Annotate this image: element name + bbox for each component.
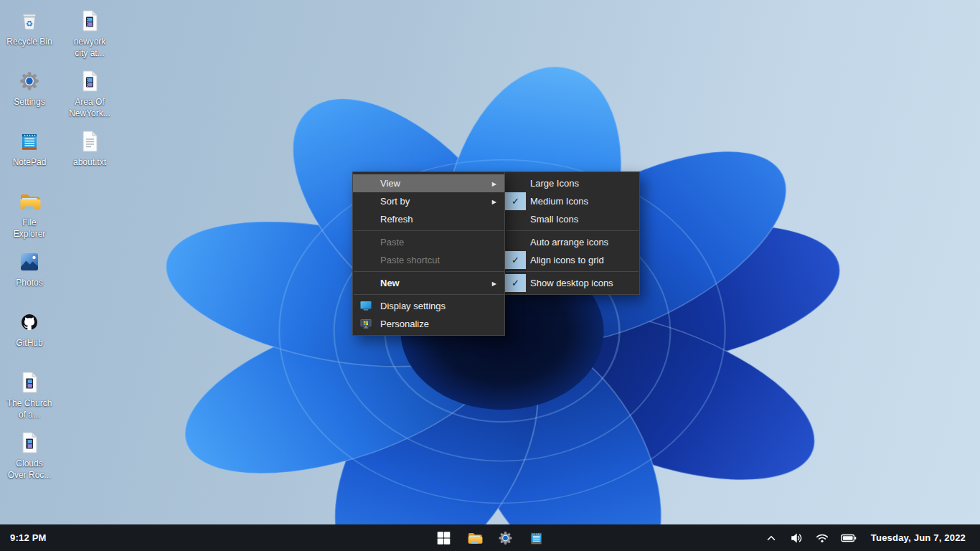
menu-separator xyxy=(354,230,504,231)
desktop-icon-about-txt[interactable]: about.txt xyxy=(60,129,119,168)
desktop-icon-settings[interactable]: Settings xyxy=(0,69,59,108)
personalize-icon xyxy=(359,317,372,330)
menu-item-refresh[interactable]: Refresh xyxy=(353,210,504,228)
submenu-item-label: Medium Icons xyxy=(530,196,588,207)
desktop-icon-label: newyork city at... xyxy=(74,36,106,59)
submenu-item-small-icons[interactable]: Small Icons xyxy=(505,210,639,228)
desktop-icon-label: File Explorer xyxy=(14,217,46,240)
video-file-icon xyxy=(77,69,102,93)
check-icon: ✓ xyxy=(505,274,526,292)
menu-item-label: New xyxy=(380,278,400,288)
folder-icon xyxy=(466,529,484,547)
submenu-item-label: Auto arrange icons xyxy=(530,237,608,248)
submenu-item-label: Align icons to grid xyxy=(530,255,604,265)
submenu-item-large-icons[interactable]: Large Icons xyxy=(505,174,639,192)
menu-separator xyxy=(506,230,639,231)
menu-item-paste-shortcut: Paste shortcut xyxy=(353,251,504,269)
desktop-icon-label: Clouds Over Roc... xyxy=(8,458,52,481)
submenu-item-align-icons-to-grid[interactable]: ✓ Align icons to grid xyxy=(505,251,639,269)
submenu-item-show-desktop-icons[interactable]: ✓ Show desktop icons xyxy=(505,274,639,292)
desktop[interactable]: Recycle Bin newyork city at... Settings … xyxy=(0,0,980,524)
menu-separator xyxy=(354,271,504,272)
desktop-icon-photos[interactable]: Photos xyxy=(0,250,59,288)
video-file-icon xyxy=(17,370,42,395)
taskbar-settings-button[interactable] xyxy=(496,529,515,547)
taskbar-date[interactable]: Tuesday, Jun 7, 2022 xyxy=(871,532,966,543)
chevron-up-icon[interactable] xyxy=(765,532,778,545)
submenu-item-label: Large Icons xyxy=(530,178,579,189)
desktop-icon-file-explorer[interactable]: File Explorer xyxy=(0,189,59,240)
settings-gear-icon xyxy=(497,529,514,547)
submenu-item-medium-icons[interactable]: ✓ Medium Icons xyxy=(505,192,639,210)
desktop-icon-clouds-over[interactable]: Clouds Over Roc... xyxy=(0,430,59,481)
notepad-icon xyxy=(17,129,42,154)
menu-item-display-settings[interactable]: Display settings xyxy=(353,297,504,315)
menu-separator xyxy=(506,271,639,272)
desktop-icon-github[interactable]: GitHub xyxy=(0,310,59,349)
video-file-icon xyxy=(77,9,102,33)
video-file-icon xyxy=(17,430,42,455)
taskbar-file-explorer-button[interactable] xyxy=(466,529,484,547)
menu-item-label: Sort by xyxy=(380,196,410,207)
submenu-arrow-icon: ▶ xyxy=(492,198,496,204)
desktop-icon-label: about.txt xyxy=(73,156,106,168)
recycle-bin-icon xyxy=(17,9,42,33)
menu-item-personalize[interactable]: Personalize xyxy=(353,315,504,333)
notepad-icon xyxy=(528,529,545,547)
github-icon xyxy=(17,310,42,334)
desktop-icon-label: Recycle Bin xyxy=(6,36,52,47)
menu-item-label: Display settings xyxy=(380,301,446,311)
submenu-arrow-icon: ▶ xyxy=(492,280,496,286)
menu-item-new[interactable]: New ▶ xyxy=(353,274,504,292)
taskbar-system-tray: Tuesday, Jun 7, 2022 xyxy=(765,524,966,551)
context-menu: View ▶ Sort by ▶ Refresh Paste Paste sho… xyxy=(352,171,505,336)
start-icon xyxy=(435,529,453,547)
photos-icon xyxy=(17,250,42,274)
text-file-icon xyxy=(77,129,102,154)
submenu-item-auto-arrange-icons[interactable]: Auto arrange icons xyxy=(505,233,639,251)
folder-icon xyxy=(17,189,42,214)
settings-gear-icon xyxy=(17,69,42,93)
menu-item-label: Paste xyxy=(380,237,404,248)
desktop-icon-label: Settings xyxy=(14,96,44,108)
menu-item-label: Personalize xyxy=(380,319,429,329)
desktop-icon-label: Area Of NewYork... xyxy=(69,96,110,119)
view-submenu: Large Icons ✓ Medium Icons Small Icons A… xyxy=(504,171,640,295)
start-button[interactable] xyxy=(435,529,453,547)
battery-icon[interactable] xyxy=(841,531,857,545)
menu-item-label: View xyxy=(380,178,400,189)
desktop-icon-area-of-newyork[interactable]: Area Of NewYork... xyxy=(60,69,119,119)
taskbar-app-icons xyxy=(435,524,546,551)
menu-item-sort-by[interactable]: Sort by ▶ xyxy=(353,192,504,210)
check-placeholder xyxy=(505,210,526,228)
desktop-icon-the-church[interactable]: The Church of a... xyxy=(0,370,59,420)
menu-separator xyxy=(354,294,504,295)
check-icon: ✓ xyxy=(505,192,526,210)
submenu-item-label: Small Icons xyxy=(530,214,578,225)
taskbar-notepad-button[interactable] xyxy=(527,529,546,547)
menu-item-label: Paste shortcut xyxy=(380,255,440,265)
wifi-icon[interactable] xyxy=(815,531,829,545)
taskbar-clock: 9:12 PM xyxy=(10,524,47,551)
desktop-icon-newyork-city[interactable]: newyork city at... xyxy=(60,9,119,59)
desktop-icon-label: GitHub xyxy=(16,337,42,349)
submenu-item-label: Show desktop icons xyxy=(530,278,613,288)
check-placeholder xyxy=(505,174,526,192)
desktop-icon-recycle-bin[interactable]: Recycle Bin xyxy=(0,9,59,47)
menu-item-paste: Paste xyxy=(353,233,504,251)
taskbar: 9:12 PM Tuesday, Jun 7, 2022 xyxy=(0,524,980,551)
desktop-icon-label: The Church of a... xyxy=(7,397,52,420)
display-settings-icon xyxy=(359,299,372,312)
desktop-icon-label: Photos xyxy=(16,277,42,288)
desktop-icon-notepad[interactable]: NotePad xyxy=(0,129,59,168)
submenu-arrow-icon: ▶ xyxy=(492,180,496,187)
check-placeholder xyxy=(505,233,526,251)
volume-icon[interactable] xyxy=(789,531,804,545)
check-icon: ✓ xyxy=(505,251,526,269)
menu-item-view[interactable]: View ▶ xyxy=(353,174,504,192)
menu-item-label: Refresh xyxy=(380,214,413,225)
desktop-icon-label: NotePad xyxy=(13,156,47,168)
